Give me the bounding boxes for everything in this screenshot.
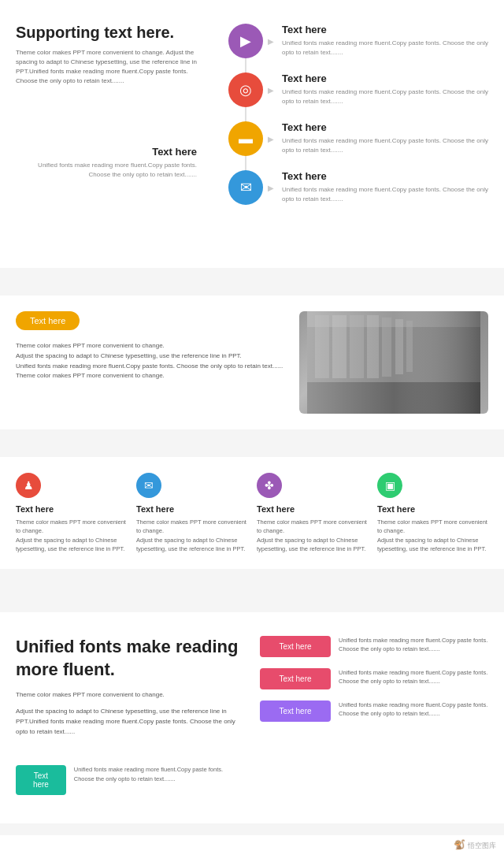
timeline-arrow-2: ▶ [263, 72, 279, 107]
spacer-2 [0, 441, 504, 457]
section4-body2: Adjust the spacing to adapt to Chinese t… [16, 707, 244, 737]
section4-teal-text: Unified fonts make reading more fluent.C… [74, 765, 244, 783]
col-item-1: ♟ Text here Theme color makes PPT more c… [16, 473, 127, 553]
spacer-1 [0, 268, 504, 284]
timeline-icon-1: ▶ [228, 24, 263, 58]
timeline-item-4: ✉ ▶ Text here Unified fonts make reading… [228, 170, 488, 205]
section2: Text here Theme color makes PPT more con… [0, 295, 504, 429]
timeline-title-4: Text here [282, 170, 488, 182]
col-text-2: Theme color makes PPT more convenient to… [136, 518, 247, 553]
section2-image [299, 311, 488, 414]
section4-row3-text: Unified fonts make reading more fluent.C… [339, 700, 488, 719]
left-text-title: Text here [16, 146, 197, 158]
section4-teal-button[interactable]: Text here [16, 765, 66, 795]
timeline-icon-3: ▬ [228, 121, 263, 156]
timeline-icon-4: ✉ [228, 170, 263, 205]
section2-left: Text here Theme color makes PPT more con… [16, 311, 284, 414]
left-text-block: Text here Unified fonts make reading mor… [16, 146, 197, 180]
section4-row1-text: Unified fonts make reading more fluent.C… [339, 636, 488, 654]
timeline-text-3: Unified fonts make reading more fluent.C… [282, 136, 488, 155]
timeline-title-3: Text here [282, 121, 488, 133]
section1-left: Supporting text here. Theme color makes … [16, 24, 205, 86]
watermark-icon: 🐒 [454, 839, 465, 850]
col-item-4: ▣ Text here Theme color makes PPT more c… [377, 473, 488, 553]
timeline-item-2: ◎ ▶ Text here Unified fonts make reading… [228, 72, 488, 107]
col-title-3: Text here [257, 504, 368, 514]
timeline-text-1: Unified fonts make reading more fluent.C… [282, 39, 488, 58]
section4-pink-button-1[interactable]: Text here [260, 636, 331, 657]
timeline-title-2: Text here [282, 72, 488, 84]
col-title-1: Text here [16, 504, 127, 514]
section1: Supporting text here. Theme color makes … [0, 0, 504, 268]
timeline-icon-2: ◎ [228, 72, 263, 107]
timeline-content-3: Text here Unified fonts make reading mor… [279, 121, 488, 155]
corridor-illustration [307, 311, 480, 414]
col-icon-2: ✉ [136, 473, 161, 498]
timeline-title-1: Text here [282, 24, 488, 35]
section4-row-3: Text here Unified fonts make reading mor… [260, 700, 488, 722]
col-title-4: Text here [377, 504, 488, 514]
svg-rect-10 [307, 311, 480, 414]
timeline-arrow-3: ▶ [263, 121, 279, 156]
timeline-content-1: Text here Unified fonts make reading mor… [279, 24, 488, 58]
col-text-1: Theme color makes PPT more convenient to… [16, 518, 127, 553]
watermark: 🐒 悟空图库 [0, 835, 504, 851]
timeline-item-1: ▶ ▶ Text here Unified fonts make reading… [228, 24, 488, 58]
col-text-3: Theme color makes PPT more convenient to… [257, 518, 368, 553]
section2-button[interactable]: Text here [16, 311, 80, 330]
section4-row2-text: Unified fonts make reading more fluent.C… [339, 668, 488, 686]
timeline-item-3: ▬ ▶ Text here Unified fonts make reading… [228, 121, 488, 156]
col-text-4: Theme color makes PPT more convenient to… [377, 518, 488, 553]
col-icon-3: ✤ [257, 473, 282, 498]
watermark-text: 悟空图库 [468, 842, 496, 849]
col-title-2: Text here [136, 504, 247, 514]
timeline-text-4: Unified fonts make reading more fluent.C… [282, 185, 488, 204]
section4: Unified fonts make reading more fluent. … [0, 612, 504, 823]
spacer-3 [0, 569, 504, 600]
timeline-content-2: Text here Unified fonts make reading mor… [279, 72, 488, 106]
section4-purple-button[interactable]: Text here [260, 700, 331, 722]
timeline-arrow-1: ▶ [263, 24, 279, 58]
section4-left: Unified fonts make reading more fluent. … [16, 636, 244, 800]
col-icon-4: ▣ [377, 473, 402, 498]
section4-body1: Theme color makes PPT more convenient to… [16, 690, 244, 700]
timeline-arrow-4: ▶ [263, 170, 279, 205]
timeline-content-4: Text here Unified fonts make reading mor… [279, 170, 488, 204]
section3: ♟ Text here Theme color makes PPT more c… [0, 457, 504, 569]
section4-row-1: Text here Unified fonts make reading mor… [260, 636, 488, 657]
left-text-body: Unified fonts make reading more fluent.C… [16, 161, 197, 180]
section4-row-2: Text here Unified fonts make reading mor… [260, 668, 488, 689]
section4-right: Text here Unified fonts make reading mor… [260, 636, 488, 800]
section4-teal-row: Text here Unified fonts make reading mor… [16, 765, 244, 800]
col-item-2: ✉ Text here Theme color makes PPT more c… [136, 473, 247, 553]
timeline-text-2: Unified fonts make reading more fluent.C… [282, 87, 488, 106]
section4-title: Unified fonts make reading more fluent. [16, 636, 244, 681]
section4-pink-button-2[interactable]: Text here [260, 668, 331, 689]
col-item-3: ✤ Text here Theme color makes PPT more c… [257, 473, 368, 553]
section1-description: Theme color makes PPT more convenient to… [16, 48, 205, 86]
photo-area [299, 311, 488, 414]
section1-title: Supporting text here. [16, 24, 205, 42]
section2-description: Theme color makes PPT more convenient to… [16, 341, 284, 381]
col-icon-1: ♟ [16, 473, 41, 498]
timeline: ▶ ▶ Text here Unified fonts make reading… [228, 24, 488, 205]
